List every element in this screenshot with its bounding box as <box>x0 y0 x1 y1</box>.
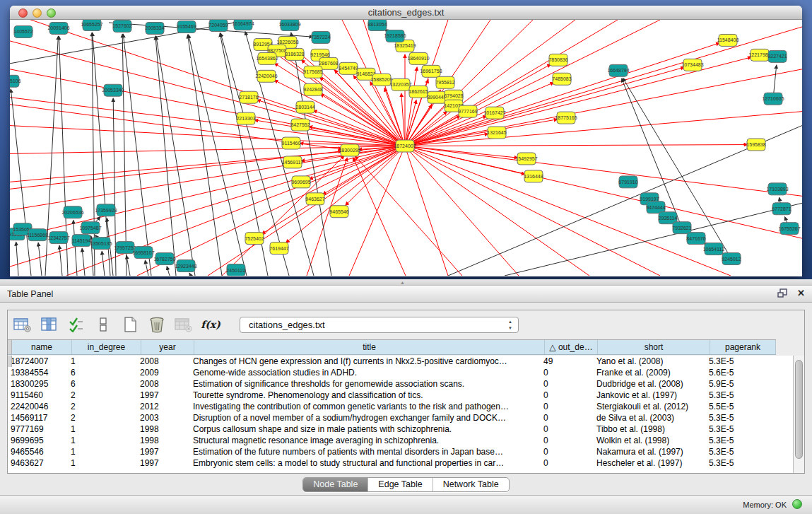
graph-node[interactable]: 2005334 <box>145 22 164 34</box>
graph-node[interactable]: 7525402 <box>245 233 264 245</box>
table-row[interactable]: 1872400712008Changes of HCN gene express… <box>8 356 794 367</box>
table-settings-icon[interactable] <box>13 316 32 333</box>
graph-node[interactable]: 7619447 <box>269 243 288 255</box>
graph-node[interactable]: 10975487 <box>79 222 101 234</box>
graph-node[interactable]: 20635106 <box>10 75 21 87</box>
graph-node[interactable]: 12342757 <box>47 232 69 244</box>
float-window-icon[interactable] <box>777 288 789 298</box>
graph-node[interactable]: 7850836 <box>548 54 567 66</box>
graph-node[interactable]: 12923448 <box>175 260 196 272</box>
graph-node[interactable]: 9175685 <box>303 66 322 78</box>
graph-node[interactable]: 1405572 <box>13 25 33 37</box>
tab-node-table[interactable]: Node Table <box>303 478 367 491</box>
graph-node[interactable]: 16033809 <box>278 20 300 30</box>
graph-node[interactable]: 16958107 <box>132 247 154 259</box>
splitter-grip-icon[interactable]: ▲ <box>400 280 405 285</box>
graph-node[interactable]: 7932621 <box>672 222 691 234</box>
graph-node[interactable]: 6772871 <box>772 203 791 215</box>
function-builder-icon[interactable]: f(x) <box>201 316 220 333</box>
scrollbar-thumb[interactable] <box>795 360 803 459</box>
graph-node[interactable]: 9777169 <box>458 105 477 117</box>
graph-node[interactable]: 16961758 <box>420 65 442 77</box>
graph-node[interactable]: 10167427 <box>483 107 505 119</box>
table-row[interactable]: 946554611997Estimation of the future num… <box>8 446 794 457</box>
graph-node[interactable]: 16543862 <box>256 52 278 64</box>
graph-node[interactable]: 1321645 <box>487 127 506 139</box>
graph-node[interactable]: 11548408 <box>717 34 739 46</box>
graph-node[interactable]: 12710605 <box>762 93 784 105</box>
graph-node[interactable]: 16648794 <box>607 64 629 76</box>
graph-node[interactable]: 6791910 <box>618 176 637 188</box>
graph-node[interactable]: 10734483 <box>681 59 703 71</box>
graph-node[interactable]: 9227421 <box>767 50 787 62</box>
graph-node[interactable]: 20053340 <box>102 84 124 96</box>
graph-node[interactable]: 10654112 <box>703 243 725 255</box>
graph-node[interactable]: 19218586 <box>384 30 406 42</box>
graph-node[interactable]: 2450122 <box>226 264 245 276</box>
graph-node[interactable]: 8813054 <box>367 20 387 30</box>
table-row[interactable]: 1456911722003Disruption of a novel membe… <box>8 412 794 424</box>
delete-icon[interactable] <box>148 316 166 333</box>
graph-node[interactable]: 1316448 <box>524 170 543 182</box>
tab-edge-table[interactable]: Edge Table <box>367 478 432 491</box>
table-row[interactable]: 977716911998Corpus callosum shape and si… <box>8 424 794 435</box>
graph-node[interactable]: 1595838 <box>746 139 765 151</box>
table-row[interactable]: 946362711997Embryonic stem cells: a mode… <box>8 457 794 469</box>
network-window-titlebar[interactable]: citations_edges.txt <box>10 6 802 20</box>
column-header-out_de[interactable]: △ out_de… <box>545 340 598 354</box>
table-row[interactable]: 2242004622012Investigating the contribut… <box>8 401 794 412</box>
graph-node[interactable]: 8454749 <box>339 62 358 74</box>
graph-node[interactable]: 2718176 <box>239 91 258 103</box>
graph-node[interactable]: 15492957 <box>515 153 537 165</box>
close-panel-icon[interactable]: ✕ <box>797 288 805 298</box>
graph-node[interactable]: 9245012 <box>722 253 741 265</box>
graph-node[interactable]: 16164974 <box>232 20 254 30</box>
column-header-name[interactable]: name <box>12 340 72 354</box>
graph-node[interactable]: 13505135 <box>90 238 112 250</box>
table-row[interactable]: 1938455462009Genome-wide association stu… <box>8 367 794 378</box>
graph-node[interactable]: 2803144 <box>295 101 314 113</box>
graph-node[interactable]: 2213303 <box>236 112 255 124</box>
graph-node[interactable]: 11156868 <box>27 229 48 241</box>
graph-node[interactable]: 9242848 <box>303 83 322 95</box>
graph-node[interactable]: 1862615 <box>408 86 428 98</box>
graph-node[interactable]: 20206536 <box>61 206 83 218</box>
table-vertical-scrollbar[interactable] <box>793 356 804 473</box>
column-header-in_degree[interactable]: in_degree <box>72 340 141 354</box>
graph-node[interactable]: 8427552 <box>290 119 310 131</box>
graph-node[interactable]: 18300295 <box>339 144 360 156</box>
graph-node[interactable]: 17103893 <box>766 183 788 195</box>
graph-node[interactable]: 1145194 <box>72 235 91 247</box>
select-rows-icon[interactable] <box>67 316 86 333</box>
graph-node[interactable]: 16755267 <box>778 223 800 235</box>
graph-node[interactable]: 9155469 <box>177 21 196 33</box>
column-header-pagerank[interactable]: pagerank <box>710 340 776 354</box>
graph-node[interactable]: 10655257 <box>81 20 102 30</box>
table-selector-dropdown[interactable]: citations_edges.txt ▲▼ <box>240 317 519 333</box>
table-row[interactable]: 911546021997Tourette syndrome. Phenomeno… <box>8 390 794 401</box>
graph-node[interactable]: 7357224 <box>311 31 330 43</box>
new-document-icon[interactable] <box>121 316 139 333</box>
graph-node[interactable]: 8186328 <box>285 48 304 60</box>
column-header-title[interactable]: title <box>194 340 545 354</box>
tab-network-table[interactable]: Network Table <box>433 478 509 491</box>
column-settings-icon[interactable] <box>40 316 59 333</box>
graph-node[interactable]: 17359928 <box>95 204 117 216</box>
graph-node[interactable]: 1527602 <box>112 20 131 32</box>
graph-node[interactable]: 9465546 <box>329 206 348 218</box>
graph-node[interactable]: 14569117 <box>282 156 304 168</box>
graph-node[interactable]: 9474444 <box>646 201 665 214</box>
graph-node[interactable]: 7955812 <box>435 76 454 88</box>
table-row[interactable]: 1830029562008Estimation of significance … <box>8 378 794 390</box>
merge-cells-icon[interactable] <box>94 316 112 333</box>
graph-node[interactable]: 18775165 <box>555 112 577 124</box>
graph-node[interactable]: 20091406 <box>47 22 69 34</box>
network-canvas[interactable]: 1872400718300295891295418226058982750816… <box>10 20 802 276</box>
graph-node[interactable]: 8471676 <box>686 233 705 245</box>
column-header-short[interactable]: short <box>598 340 710 354</box>
graph-node[interactable]: 22420046 <box>255 70 277 82</box>
graph-node[interactable]: 7485083 <box>552 73 571 85</box>
graph-node[interactable]: 9699695 <box>291 176 310 188</box>
graph-node[interactable]: 9463627 <box>305 193 324 205</box>
table-row[interactable]: 969969511998Structural magnetic resonanc… <box>8 435 794 446</box>
